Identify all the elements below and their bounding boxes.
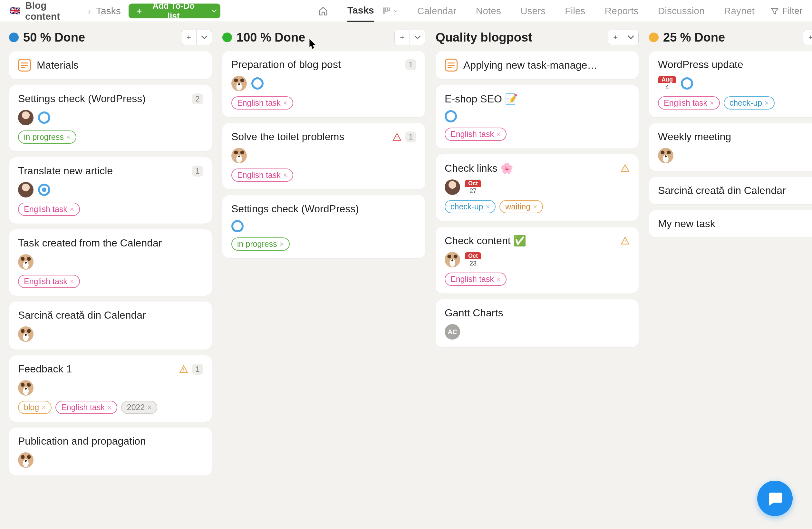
tag[interactable]: English task× [658,96,720,109]
filter-label: Filter [782,6,802,16]
tag-remove-icon[interactable]: × [283,171,287,179]
column-title[interactable]: 25 % Done [649,31,725,44]
tag-remove-icon[interactable]: × [533,203,537,211]
card-title: Gantt Charts [445,307,503,319]
add-card-button[interactable] [803,30,812,45]
tag[interactable]: in progress× [18,131,76,144]
tag-remove-icon[interactable]: × [485,203,490,211]
tag[interactable]: English task× [55,401,117,414]
tag[interactable]: English task× [445,128,507,141]
tab-tasks[interactable]: Tasks [347,0,374,22]
task-card[interactable]: WordPress updateAug4English task×check-u… [649,51,812,117]
breadcrumb-secondary[interactable]: Tasks [96,5,121,16]
column-title[interactable]: 50 % Done [9,31,85,44]
tab-calendar[interactable]: Calendar [417,0,456,22]
tag-remove-icon[interactable]: × [283,99,287,107]
tag[interactable]: 2022× [121,401,157,414]
task-card[interactable]: Settings check (WordPress)2in progress× [9,85,212,151]
tag[interactable]: in progress× [231,237,290,251]
breadcrumb-primary[interactable]: Blog content [25,0,83,22]
filter-icon [770,6,779,15]
tag-remove-icon[interactable]: × [710,99,714,107]
tag-remove-icon[interactable]: × [70,277,74,286]
tab-notes[interactable]: Notes [476,0,501,22]
tag[interactable]: English task× [18,203,80,216]
tab-home[interactable] [318,0,328,22]
card-title: Task created from the Calendar [18,237,162,249]
add-todo-button-group[interactable]: ＋ Add To-Do list [129,3,220,18]
task-card[interactable]: E-shop SEO 📝English task× [436,85,639,148]
tag-remove-icon[interactable]: × [70,205,74,214]
card-head: Publication and propagation [18,435,203,447]
progress-ring-icon [38,112,50,124]
avatar[interactable] [18,110,33,125]
column-title[interactable]: Quality blogpost [436,31,532,44]
card-meta [18,182,203,197]
column-menu-button[interactable] [410,30,425,45]
tab-users[interactable]: Users [520,0,546,22]
tag[interactable]: English task× [18,275,80,288]
avatar[interactable] [18,452,33,468]
tag-remove-icon[interactable]: × [42,403,46,412]
avatar[interactable] [231,76,247,91]
task-card[interactable]: Sarcină creată din Calendar [9,302,212,350]
tag[interactable]: check-up× [445,200,496,213]
tag-remove-icon[interactable]: × [147,403,151,412]
tag-remove-icon[interactable]: × [765,99,769,107]
column-menu-button[interactable] [623,30,639,45]
card-title: Feedback 1 [18,363,72,375]
add-card-button[interactable] [181,30,197,45]
tag-remove-icon[interactable]: × [67,133,71,142]
tag[interactable]: English task× [231,96,293,109]
avatar[interactable] [445,252,460,267]
task-card[interactable]: My new task1 [649,210,812,237]
task-card[interactable]: Materials [9,51,212,79]
chat-fab[interactable] [757,481,793,516]
column-actions [394,30,425,45]
task-card[interactable]: Gantt ChartsAC [436,299,639,347]
avatar[interactable] [231,148,247,163]
avatar[interactable]: AC [445,324,460,340]
column-title[interactable]: 100 % Done [222,31,305,44]
tag[interactable]: blog× [18,401,52,414]
filter-button[interactable]: Filter [770,6,802,16]
add-todo-caret[interactable] [208,3,220,18]
task-card[interactable]: Sarcină creată din Calendar [649,177,812,204]
task-card[interactable]: Settings check (WordPress)in progress× [222,195,425,259]
column-actions [181,30,212,45]
tab-reports[interactable]: Reports [605,0,639,22]
tab-discussion[interactable]: Discussion [658,0,705,22]
task-card[interactable]: Translate new article1English task× [9,157,212,224]
task-card[interactable]: Weekly meeting [649,123,812,171]
tab-files[interactable]: Files [565,0,585,22]
tag[interactable]: English task× [231,168,293,182]
task-card[interactable]: Check links 🌸Oct27check-up×waiting× [436,154,639,221]
add-todo-button[interactable]: ＋ Add To-Do list [129,3,208,18]
task-card[interactable]: Preparation of blog post1English task× [222,51,425,117]
tag-remove-icon[interactable]: × [107,403,112,412]
task-card[interactable]: Applying new task-manage… [436,51,639,79]
tag-remove-icon[interactable]: × [280,240,284,248]
breadcrumb[interactable]: 🇬🇧 Blog content › Tasks [10,0,121,22]
avatar[interactable] [18,326,33,342]
task-card[interactable]: Solve the toilet problems1English task× [222,123,425,189]
add-card-button[interactable] [394,30,410,45]
avatar[interactable] [18,182,33,197]
task-card[interactable]: Check content ✅Oct23English task× [436,227,639,294]
task-card[interactable]: Publication and propagation [9,427,212,475]
kanban-view-toggle[interactable] [382,6,398,15]
avatar[interactable] [658,148,673,163]
column-menu-button[interactable] [197,30,212,45]
add-card-button[interactable] [608,30,623,45]
avatar[interactable] [18,254,33,270]
tag[interactable]: check-up× [724,96,774,109]
tag[interactable]: English task× [445,273,507,286]
avatar[interactable] [445,179,460,195]
tag[interactable]: waiting× [499,200,543,213]
tag-remove-icon[interactable]: × [496,275,501,283]
avatar[interactable] [18,380,33,396]
task-card[interactable]: Feedback 11blog×English task×2022× [9,355,212,422]
tab-raynet[interactable]: Raynet [724,0,755,22]
tag-remove-icon[interactable]: × [496,130,501,138]
task-card[interactable]: Task created from the CalendarEnglish ta… [9,230,212,296]
